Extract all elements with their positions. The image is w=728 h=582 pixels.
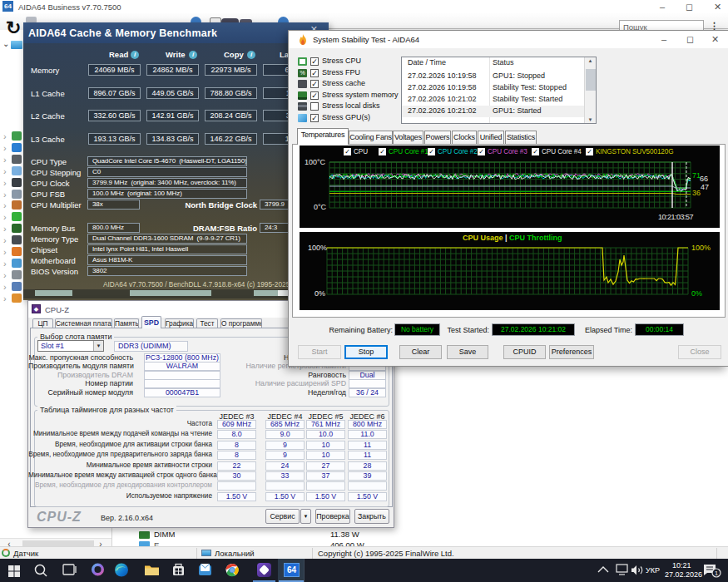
svg-text:1: 1	[715, 570, 719, 577]
